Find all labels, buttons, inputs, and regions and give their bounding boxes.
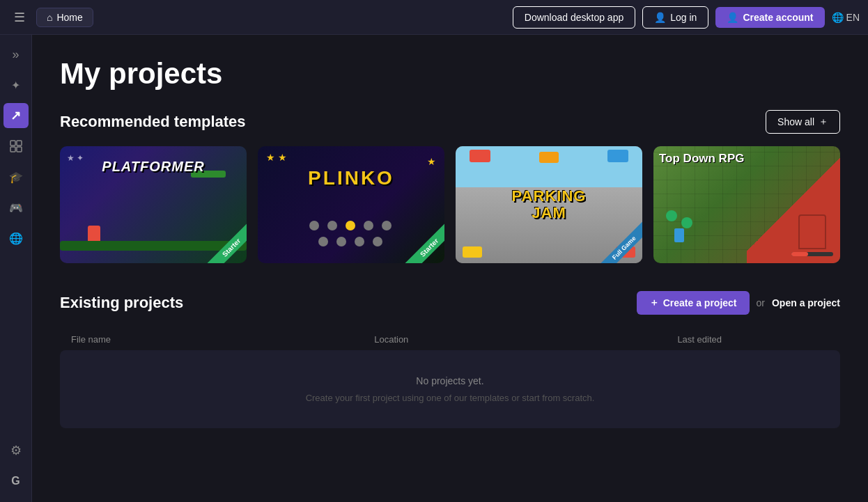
sidebar-sparkle[interactable]: ✦ (3, 72, 29, 97)
empty-sub: Create your first project using one of o… (71, 390, 829, 406)
empty-main: No projects yet. (71, 372, 829, 390)
plus-icon: ＋ (819, 116, 828, 128)
svg-rect-2 (10, 147, 15, 152)
main-content: My projects Recommended templates Show a… (32, 35, 868, 502)
starter-badge-platformer: Starter (198, 214, 247, 263)
sidebar-godot[interactable]: G (3, 469, 29, 494)
templates-grid: ★ ✦ PLATFORMER Starter ★ ★ ★ PLINKO (60, 146, 840, 263)
rpg-boss (798, 214, 826, 249)
sidebar-expand[interactable]: » (3, 42, 29, 67)
recommended-section-header: Recommended templates Show all ＋ (60, 110, 840, 134)
existing-title: Existing projects (60, 294, 183, 312)
sidebar-current-tool[interactable]: ↗ (3, 103, 29, 128)
existing-actions: ＋ Create a project or Open a project (637, 291, 840, 315)
template-card-platformer[interactable]: ★ ✦ PLATFORMER Starter (60, 146, 247, 263)
translate-icon: 🌐 (832, 12, 844, 23)
show-all-button[interactable]: Show all ＋ (766, 110, 840, 134)
sidebar-games[interactable]: 🎮 (3, 195, 29, 220)
projects-table: File name Location Last edited No projec… (60, 329, 840, 429)
tree2 (681, 217, 692, 228)
fullgame-badge: Full Game (594, 214, 642, 263)
table-empty: No projects yet. Create your first proje… (60, 350, 840, 429)
sidebar: » ✦ ↗ 🎓 🎮 🌐 ⚙ G (0, 0, 32, 502)
language-button[interactable]: 🌐 EN (832, 12, 860, 23)
sidebar-settings[interactable]: ⚙ (3, 438, 29, 463)
plinko-dots-row1 (309, 221, 393, 230)
template-card-rpg[interactable]: Top Down RPG (653, 146, 840, 263)
health-bar-bg (791, 252, 833, 256)
template-card-plinko[interactable]: ★ ★ ★ PLINKO (258, 146, 444, 263)
login-button[interactable]: 👤 Log in (642, 6, 708, 29)
col-filename: File name (71, 334, 374, 345)
platformer-title: PLATFORMER (102, 159, 204, 175)
plinko-title: PLINKO (308, 167, 394, 189)
plinko-stars-right: ★ (427, 156, 436, 167)
topbar-right: Download desktop app 👤 Log in 👤 Create a… (513, 6, 860, 29)
plinko-dots-row2 (318, 237, 384, 246)
page-title: My projects (60, 57, 840, 91)
starter-badge-plinko: Starter (396, 214, 444, 263)
sidebar-bottom: ⚙ G (3, 438, 29, 502)
tree1 (666, 210, 677, 221)
car-blue (607, 150, 628, 162)
create-project-button[interactable]: ＋ Create a project (637, 291, 750, 315)
user-plus-icon: 👤 (727, 12, 738, 23)
open-project-button[interactable]: Open a project (772, 297, 840, 308)
car-orange-top (539, 152, 559, 163)
menu-button[interactable]: ☰ (8, 6, 31, 29)
parking-title: PARKINGJAM (512, 188, 587, 221)
or-label: or (757, 297, 765, 308)
sidebar-web[interactable]: 🌐 (3, 226, 29, 251)
plus-icon-create: ＋ (649, 297, 659, 309)
existing-header: Existing projects ＋ Create a project or … (60, 291, 840, 315)
sidebar-learn[interactable]: 🎓 (3, 164, 29, 189)
platformer-character (88, 226, 100, 242)
car-red (470, 150, 490, 162)
home-icon: ⌂ (47, 12, 52, 23)
health-bar-fill (791, 252, 808, 256)
existing-projects-section: Existing projects ＋ Create a project or … (60, 291, 840, 429)
home-tab[interactable]: ⌂ Home (36, 8, 93, 27)
car-yellow (463, 246, 482, 258)
user-icon: 👤 (654, 12, 666, 23)
rpg-player (674, 228, 684, 242)
table-header: File name Location Last edited (60, 329, 840, 350)
svg-rect-1 (17, 141, 22, 146)
col-location: Location (374, 334, 677, 345)
download-desktop-button[interactable]: Download desktop app (513, 6, 635, 29)
rpg-title: Top Down RPG (659, 152, 744, 166)
col-lastedited: Last edited (677, 334, 829, 345)
plinko-stars: ★ ★ (266, 152, 287, 163)
svg-rect-3 (17, 147, 22, 152)
topbar: ☰ ⌂ Home Download desktop app 👤 Log in 👤… (0, 0, 868, 35)
menu-icon: ☰ (14, 10, 25, 25)
recommended-title: Recommended templates (60, 113, 246, 131)
svg-rect-0 (10, 141, 15, 146)
template-card-parking[interactable]: PARKINGJAM Full Game (456, 146, 642, 263)
sidebar-grid[interactable] (3, 134, 29, 159)
create-account-button[interactable]: 👤 Create account (715, 7, 824, 28)
home-tab-label: Home (56, 12, 82, 23)
